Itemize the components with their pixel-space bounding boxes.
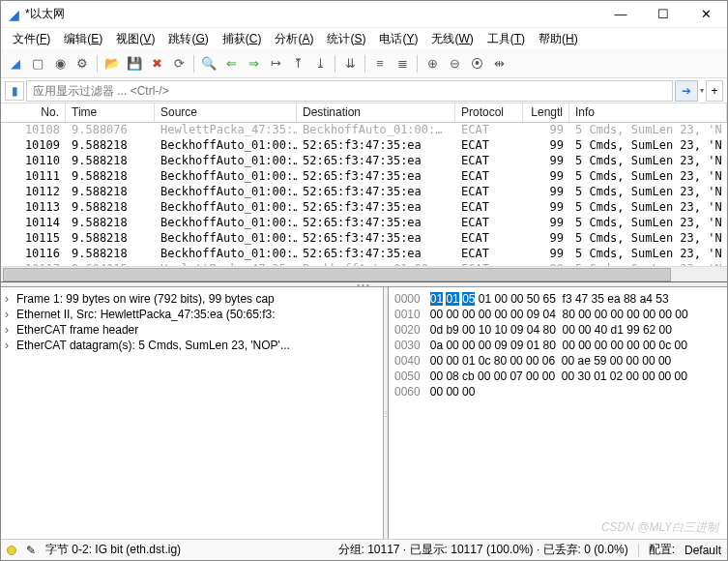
zoom-in-icon[interactable]: ⊕ — [422, 53, 443, 74]
table-row[interactable]: 101109.588218BeckhoffAuto_01:00:…52:65:f… — [1, 154, 727, 169]
start-capture-icon[interactable]: ◢ — [5, 53, 26, 74]
restart-capture-icon[interactable]: ◉ — [49, 53, 71, 74]
separator — [417, 55, 418, 73]
packet-list-body[interactable]: 101089.588076HewlettPacka_47:35:…Beckhof… — [1, 123, 727, 266]
detail-tree-item[interactable]: ›Ethernet II, Src: HewlettPacka_47:35:ea… — [5, 307, 379, 322]
title-bar: ◢ *以太网 — ☐ ✕ — [1, 1, 727, 28]
table-row[interactable]: 101129.588218BeckhoffAuto_01:00:…52:65:f… — [1, 185, 727, 200]
add-filter-button[interactable]: + — [706, 80, 723, 102]
table-row[interactable]: 101139.588218BeckhoffAuto_01:00:…52:65:f… — [1, 200, 727, 216]
menu-s[interactable]: 统计(S) — [321, 29, 371, 49]
separator — [193, 55, 194, 73]
go-forward-icon[interactable]: ⇒ — [243, 53, 264, 74]
bottom-panes: ›Frame 1: 99 bytes on wire (792 bits), 9… — [1, 287, 727, 539]
menu-w[interactable]: 无线(W) — [425, 29, 479, 49]
separator — [364, 55, 365, 73]
hex-line[interactable]: 0040 00 00 01 0c 80 00 00 06 00 ae 59 00… — [394, 353, 721, 369]
find-icon[interactable]: 🔍 — [198, 53, 219, 74]
col-time[interactable]: Time — [66, 103, 155, 122]
app-shark-icon: ◢ — [9, 7, 19, 22]
auto-scroll-icon[interactable]: ⇊ — [339, 53, 361, 74]
stop-capture-icon[interactable]: ▢ — [27, 53, 48, 74]
reload-icon[interactable]: ⟳ — [168, 53, 189, 74]
apply-filter-button[interactable]: ➔ — [675, 80, 698, 102]
packet-list-header[interactable]: No. Time Source Destination Protocol Len… — [1, 103, 727, 123]
go-last-icon[interactable]: ⤓ — [309, 53, 331, 74]
capture-options-icon[interactable]: ⚙ — [72, 53, 93, 74]
close-button[interactable]: ✕ — [684, 1, 727, 28]
hex-line[interactable]: 0010 00 00 00 00 00 00 09 04 80 00 00 00… — [394, 307, 721, 322]
goto-packet-icon[interactable]: ↦ — [265, 53, 286, 74]
detail-tree-item[interactable]: ›EtherCAT datagram(s): 5 Cmds, SumLen 23… — [5, 338, 379, 353]
close-file-icon[interactable]: ✖ — [146, 53, 167, 74]
zoom-reset-icon[interactable]: ⦿ — [466, 53, 487, 74]
profile-name[interactable]: Default — [684, 544, 721, 557]
menu-f[interactable]: 文件(F) — [7, 29, 56, 49]
status-packets: 分组: 10117 · 已显示: 10117 (100.0%) · 已丢弃: 0… — [338, 542, 628, 558]
col-proto[interactable]: Protocol — [455, 103, 523, 122]
menu-bar: 文件(F)编辑(E)视图(V)跳转(G)捕获(C)分析(A)统计(S)电话(Y)… — [1, 28, 727, 49]
table-row[interactable]: 101119.588218BeckhoffAuto_01:00:…52:65:f… — [1, 169, 727, 185]
main-toolbar: ◢ ▢ ◉ ⚙ 📂 💾 ✖ ⟳ 🔍 ⇐ ⇒ ↦ ⤒ ⤓ ⇊ ≡ ≣ ⊕ ⊖ ⦿ … — [1, 49, 727, 78]
edit-icon[interactable]: ✎ — [26, 544, 36, 557]
table-row[interactable]: 101169.588218BeckhoffAuto_01:00:…52:65:f… — [1, 247, 727, 262]
table-row[interactable]: 101089.588076HewlettPacka_47:35:…Beckhof… — [1, 123, 727, 138]
bookmark-icon[interactable]: ▮ — [5, 81, 24, 101]
maximize-button[interactable]: ☐ — [642, 1, 684, 28]
col-dst[interactable]: Destination — [297, 103, 455, 122]
go-first-icon[interactable]: ⤒ — [287, 53, 308, 74]
hex-line[interactable]: 0030 0a 00 00 00 09 09 01 80 00 00 00 00… — [394, 338, 721, 353]
window-title: *以太网 — [25, 6, 599, 22]
col-info[interactable]: Info — [569, 103, 727, 122]
hex-line[interactable]: 0060 00 00 00 — [394, 384, 721, 399]
hex-line[interactable]: 0000 01 01 05 01 00 00 50 65 f3 47 35 ea… — [394, 291, 721, 307]
separator — [97, 55, 98, 73]
status-bar: ✎ 字节 0-2: IG bit (eth.dst.ig) 分组: 10117 … — [1, 539, 727, 560]
hex-line[interactable]: 0050 00 08 cb 00 00 07 00 00 00 30 01 02… — [394, 369, 721, 384]
menu-c[interactable]: 捕获(C) — [217, 29, 268, 49]
table-row[interactable]: 101159.588218BeckhoffAuto_01:00:…52:65:f… — [1, 231, 727, 247]
go-back-icon[interactable]: ⇐ — [220, 53, 242, 74]
menu-a[interactable]: 分析(A) — [269, 29, 319, 49]
menu-g[interactable]: 跳转(G) — [162, 29, 214, 49]
detail-tree-item[interactable]: ›Frame 1: 99 bytes on wire (792 bits), 9… — [5, 291, 379, 307]
profile-label: 配置: — [649, 542, 675, 558]
display-filter-input[interactable] — [26, 80, 673, 102]
zoom-out-icon[interactable]: ⊖ — [444, 53, 465, 74]
packet-bytes-pane[interactable]: 0000 01 01 05 01 00 00 50 65 f3 47 35 ea… — [389, 287, 727, 539]
resize-columns-icon[interactable]: ≣ — [392, 53, 413, 74]
status-field-info: 字节 0-2: IG bit (eth.dst.ig) — [45, 542, 181, 558]
col-len[interactable]: Lengtl — [523, 103, 569, 122]
colorize-icon[interactable]: ≡ — [369, 53, 391, 74]
separator — [335, 55, 335, 73]
table-row[interactable]: 101099.588218BeckhoffAuto_01:00:…52:65:f… — [1, 138, 727, 154]
separator — [638, 544, 639, 557]
packet-list-pane: No. Time Source Destination Protocol Len… — [1, 103, 727, 282]
minimize-button[interactable]: — — [599, 1, 642, 28]
col-no[interactable]: No. — [1, 103, 66, 122]
table-row[interactable]: 101149.588218BeckhoffAuto_01:00:…52:65:f… — [1, 216, 727, 231]
menu-t[interactable]: 工具(T) — [481, 29, 531, 49]
menu-h[interactable]: 帮助(H) — [533, 29, 584, 49]
packet-details-pane[interactable]: ›Frame 1: 99 bytes on wire (792 bits), 9… — [1, 287, 384, 539]
detail-tree-item[interactable]: ›EtherCAT frame header — [5, 322, 379, 338]
col-src[interactable]: Source — [155, 103, 297, 122]
menu-e[interactable]: 编辑(E) — [58, 29, 108, 49]
hex-line[interactable]: 0020 0d b9 00 10 10 09 04 80 00 00 40 d1… — [394, 322, 721, 338]
filter-dropdown-icon[interactable]: ▾ — [700, 86, 704, 95]
open-file-icon[interactable]: 📂 — [102, 53, 123, 74]
filter-bar: ▮ ➔ ▾ + — [1, 78, 727, 103]
expert-led-icon[interactable] — [7, 546, 16, 555]
menu-v[interactable]: 视图(V) — [110, 29, 160, 49]
menu-y[interactable]: 电话(Y) — [373, 29, 423, 49]
save-file-icon[interactable]: 💾 — [124, 53, 145, 74]
resize-all-icon[interactable]: ⇹ — [488, 53, 510, 74]
